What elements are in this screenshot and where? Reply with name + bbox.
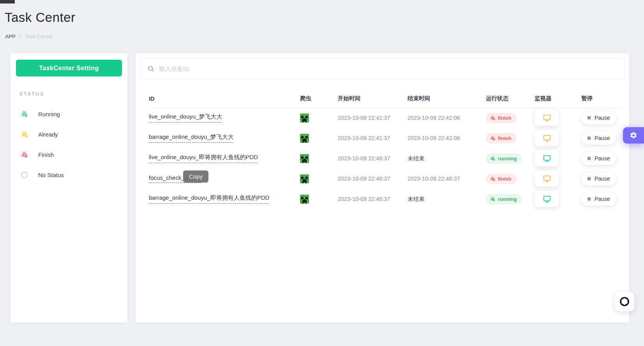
monitor-button[interactable]: [535, 191, 559, 207]
bug-stop-icon: [20, 130, 28, 138]
table-body: live_online_douyu_梦飞大大 2023-10-09 22:41:…: [149, 108, 621, 209]
column-header-end-time: 结束时间: [408, 95, 486, 102]
pause-icon: [587, 156, 591, 161]
status-section-label: STATUS: [19, 91, 127, 97]
pause-button[interactable]: Pause: [581, 193, 616, 206]
task-table: ID 爬虫 开始时间 结束时间 运行状态 监视器 暂停 live_online_…: [149, 90, 621, 209]
search-icon: [147, 65, 155, 73]
end-time: 2023-10-09 22:42:06: [408, 115, 486, 121]
monitor-icon: [543, 114, 551, 122]
sidebar-item-already[interactable]: Already: [11, 124, 127, 144]
status-label: finish: [498, 176, 512, 182]
table-row: focus_check_douyu 2023-10-09 22:46:37 20…: [149, 169, 621, 189]
creeper-icon: [300, 154, 309, 163]
status-label: running: [498, 196, 517, 202]
monitor-button[interactable]: [535, 150, 559, 167]
pause-button[interactable]: Pause: [581, 172, 616, 185]
creeper-icon: [300, 195, 309, 204]
sidebar: TaskCenter Setting STATUS Running Alread…: [11, 53, 127, 323]
table-row: live_online_douyu_梦飞大大 2023-10-09 22:41:…: [149, 108, 621, 128]
page-title: Task Center: [5, 10, 644, 25]
pause-icon: [587, 115, 591, 120]
start-time: 2023-10-09 22:46:37: [338, 176, 408, 182]
end-time: 未结束: [408, 195, 486, 203]
column-header-start-time: 开始时间: [338, 95, 408, 102]
task-id-link[interactable]: live_online_douyu_即将拥有人鱼线的PDD: [149, 154, 258, 163]
pause-button[interactable]: Pause: [581, 112, 616, 124]
gear-icon: [630, 131, 637, 139]
table-row: live_online_douyu_即将拥有人鱼线的PDD 2023-10-09…: [149, 148, 621, 169]
creeper-icon: [300, 134, 309, 143]
status-badge: finish: [486, 133, 517, 144]
start-time: 2023-10-09 22:41:37: [338, 135, 408, 141]
taskcenter-setting-button[interactable]: TaskCenter Setting: [16, 60, 122, 76]
monitor-button[interactable]: [535, 130, 559, 146]
pause-icon: [587, 176, 591, 181]
column-header-id: ID: [149, 96, 300, 102]
breadcrumb-current: Task Center: [25, 34, 53, 39]
bug-play-icon: [20, 110, 28, 118]
task-id-link[interactable]: barrage_online_douyu_梦飞大大: [149, 133, 234, 143]
monitor-icon: [543, 195, 551, 203]
end-time: 未结束: [408, 155, 486, 162]
column-header-monitor: 监视器: [535, 95, 581, 102]
end-time: 2023-10-09 22:46:37: [408, 176, 486, 182]
task-search-box[interactable]: [140, 59, 625, 79]
pause-button[interactable]: Pause: [581, 132, 616, 145]
sidebar-item-label: Already: [38, 131, 58, 138]
window-corner-artifact: [0, 0, 15, 4]
sidebar-item-no-status[interactable]: No Status: [11, 165, 127, 185]
status-label: finish: [498, 135, 512, 141]
monitor-icon: [543, 154, 551, 163]
table-header-row: ID 爬虫 开始时间 结束时间 运行状态 监视器 暂停: [149, 90, 621, 108]
pause-button[interactable]: Pause: [581, 152, 616, 165]
bug-status-icon: [490, 156, 496, 161]
status-badge: running: [486, 153, 522, 164]
sidebar-item-label: Finish: [38, 151, 54, 158]
breadcrumb: APP / Task Center: [5, 34, 644, 39]
content-area: TaskCenter Setting STATUS Running Alread…: [11, 53, 629, 323]
start-time: 2023-10-09 22:46:37: [338, 155, 408, 161]
monitor-button[interactable]: [535, 110, 559, 126]
search-input[interactable]: [159, 66, 618, 73]
openai-logo-icon: [619, 296, 630, 307]
status-label: running: [498, 156, 517, 161]
bug-status-icon: [490, 115, 496, 121]
pause-label: Pause: [595, 196, 610, 202]
bug-status-icon: [490, 135, 496, 141]
task-table-panel: ID 爬虫 开始时间 结束时间 运行状态 监视器 暂停 live_online_…: [136, 53, 629, 323]
empty-circle-icon: [21, 172, 28, 178]
task-id-link[interactable]: live_online_douyu_梦飞大大: [149, 113, 222, 122]
breadcrumb-app[interactable]: APP: [5, 34, 16, 39]
pause-label: Pause: [595, 155, 610, 161]
column-header-pause: 暂停: [581, 95, 621, 102]
pause-label: Pause: [595, 135, 610, 141]
sidebar-item-label: No Status: [38, 172, 64, 178]
status-filter-list: Running Already Finish No Status: [11, 104, 127, 185]
breadcrumb-separator: /: [19, 34, 21, 39]
sidebar-item-running[interactable]: Running: [11, 104, 127, 124]
status-label: finish: [498, 115, 512, 121]
table-row: barrage_online_douyu_即将拥有人鱼线的PDD 2023-10…: [149, 189, 621, 209]
monitor-button[interactable]: [535, 170, 559, 187]
status-badge: finish: [486, 174, 517, 184]
openai-fab-button[interactable]: [615, 292, 634, 311]
pause-label: Pause: [595, 176, 610, 182]
settings-fab-button[interactable]: [623, 127, 644, 144]
task-id-link[interactable]: barrage_online_douyu_即将拥有人鱼线的PDD: [149, 194, 269, 204]
sidebar-item-finish[interactable]: Finish: [11, 144, 127, 165]
start-time: 2023-10-09 22:41:37: [338, 115, 408, 121]
bug-check-icon: [20, 151, 28, 159]
table-row: barrage_online_douyu_梦飞大大 2023-10-09 22:…: [149, 128, 621, 148]
sidebar-item-label: Running: [38, 111, 60, 117]
monitor-icon: [543, 134, 551, 142]
pause-icon: [587, 136, 591, 140]
creeper-icon: [300, 174, 309, 183]
pause-label: Pause: [595, 115, 610, 121]
creeper-icon: [300, 114, 309, 122]
column-header-spider: 爬虫: [300, 95, 338, 102]
status-badge: finish: [486, 113, 517, 123]
monitor-icon: [543, 174, 551, 183]
start-time: 2023-10-09 22:46:37: [338, 196, 408, 202]
end-time: 2023-10-09 22:42:06: [408, 135, 486, 141]
